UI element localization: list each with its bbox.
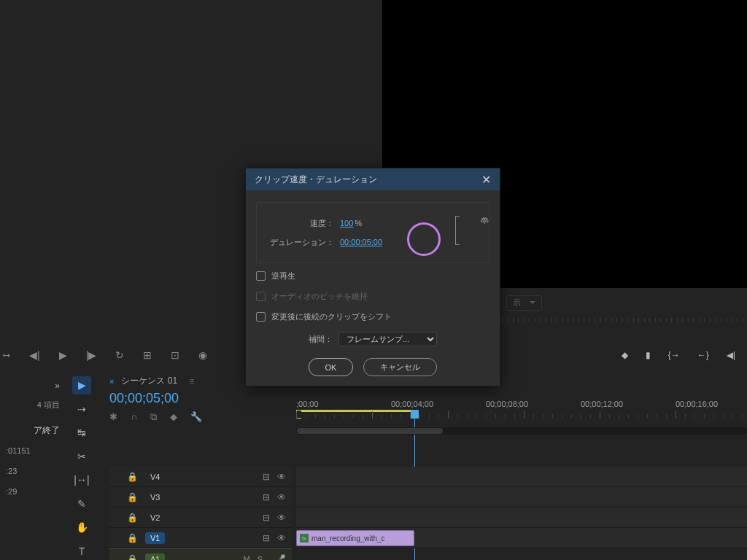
camera-icon[interactable]: ◉ — [198, 349, 207, 361]
track-label[interactable]: V3 — [145, 491, 165, 503]
playhead-timecode[interactable]: 00;00;05;00 — [109, 391, 179, 406]
lock-icon[interactable]: 🔒 — [127, 554, 138, 561]
media-end-label: ア終了 — [34, 424, 60, 437]
speed-input[interactable]: 100 — [340, 219, 353, 228]
marker2-icon[interactable]: ◆ — [170, 411, 177, 423]
lock-icon[interactable]: 🔒 — [127, 472, 138, 482]
track-label[interactable]: V4 — [145, 471, 165, 483]
tab-close-icon[interactable]: × — [109, 377, 114, 386]
step-back-icon[interactable]: ◀| — [29, 349, 40, 361]
voice-icon[interactable]: 🎤 — [276, 554, 286, 560]
pitch-label: オーディオのピッチを維持 — [271, 291, 368, 302]
type-tool[interactable]: T — [72, 542, 91, 561]
interp-dropdown[interactable]: フレームサンプ... — [338, 332, 437, 346]
eye-icon[interactable]: 👁 — [277, 533, 286, 543]
duration-input[interactable]: 00;00;05;00 — [340, 238, 382, 246]
timeline-panel: × シーケンス 01 ≡ 00;00;05;00 ✱ ∩ ⧉ ◆ 🔧 ;00;0… — [98, 370, 747, 560]
step-fwd-icon[interactable]: |▶ — [86, 349, 97, 361]
track-header-v1[interactable]: 🔒 V1 ⊟ 👁 — [109, 528, 292, 548]
magnet-icon[interactable]: ∩ — [131, 411, 137, 423]
close-icon[interactable]: ✕ — [481, 173, 491, 187]
project-panel-collapsed: » 4 項目 ア終了 :01151 :23 :29 — [0, 373, 66, 560]
snap-icon[interactable]: ✱ — [109, 411, 117, 423]
ruler-label: ;00;00 — [296, 400, 319, 408]
track-header-v2[interactable]: 🔒 V2 ⊟ 👁 — [109, 508, 292, 528]
time-ruler[interactable]: ;00;00 00;00;04;00 00;00;08;00 00;00;12;… — [296, 400, 747, 421]
clip-speed-duration-dialog: クリップ速度・デュレーション ✕ 速度： 100 % デュレーション： 00;0… — [245, 168, 500, 386]
eye-icon[interactable]: 👁 — [277, 472, 286, 482]
bracket-in-icon[interactable]: {→ — [668, 350, 680, 360]
link-icon[interactable]: 𐄷 — [480, 216, 489, 226]
bracket-out-icon[interactable]: ←} — [697, 350, 709, 360]
ripple-label: 変更後に後続のクリップをシフト — [271, 311, 392, 322]
program-display-dropdown[interactable]: 示 — [506, 295, 542, 311]
step-back2-icon[interactable]: ◀| — [727, 350, 735, 360]
panel-menu-icon[interactable]: ≡ — [189, 376, 194, 386]
sync-lock-icon[interactable]: ⊟ — [263, 472, 270, 482]
ruler-label: 00;00;04;00 — [391, 400, 433, 408]
pen-tool[interactable]: ✎ — [72, 495, 91, 513]
track-label[interactable]: V2 — [145, 512, 165, 524]
link-bracket — [454, 216, 471, 245]
ruler-label: 00;00;08;00 — [486, 400, 528, 408]
in-point-icon[interactable]: ▮ — [646, 350, 651, 360]
fx-badge-icon: fx — [300, 534, 309, 542]
track-label[interactable]: V1 — [145, 532, 165, 544]
ruler-label: 00;00;12;00 — [581, 400, 623, 408]
ok-button[interactable]: OK — [309, 358, 354, 376]
dialog-title: クリップ速度・デュレーション — [255, 174, 377, 186]
lock-icon[interactable]: 🔒 — [127, 533, 138, 543]
linked-sel-icon[interactable]: ⧉ — [150, 411, 157, 423]
interp-label: 補間： — [309, 334, 333, 345]
timeline-zoom-bar[interactable] — [296, 427, 747, 435]
selection-tool[interactable]: ▶ — [72, 376, 91, 394]
lock-icon[interactable]: 🔒 — [127, 492, 138, 502]
track-header-v4[interactable]: 🔒 V4 ⊟ 👁 — [109, 467, 292, 487]
hand-tool[interactable]: ✋ — [72, 518, 91, 537]
sequence-tab[interactable]: シーケンス 01 — [121, 375, 177, 387]
pitch-checkbox-row: オーディオのピッチを維持 — [256, 288, 489, 304]
track-v2[interactable] — [296, 508, 747, 528]
eye-icon[interactable]: 👁 — [277, 492, 286, 502]
ripple-tool[interactable]: ↹ — [72, 424, 91, 442]
ripple-checkbox-row[interactable]: 変更後に後続のクリップをシフト — [256, 308, 489, 324]
mute-icon[interactable]: M — [243, 555, 249, 561]
col-val-3: :29 — [6, 487, 17, 496]
sync-lock-icon[interactable]: ⊟ — [263, 492, 270, 502]
checkbox-icon — [256, 292, 266, 301]
reverse-checkbox-row[interactable]: 逆再生 — [256, 268, 489, 284]
speed-unit: % — [355, 219, 362, 228]
sync-lock-icon[interactable]: ⊟ — [263, 533, 270, 543]
insert-icon[interactable]: ⊞ — [143, 349, 152, 361]
razor-tool[interactable]: ✂ — [72, 448, 91, 466]
cancel-button[interactable]: キャンセル — [363, 358, 437, 376]
expand-icon[interactable]: » — [55, 381, 60, 391]
sync-lock-icon[interactable]: ⊟ — [263, 513, 270, 523]
track-v4[interactable] — [296, 467, 747, 487]
overwrite-icon[interactable]: ⊡ — [171, 349, 179, 361]
col-val-2: :23 — [6, 467, 17, 475]
wrench-icon[interactable]: 🔧 — [190, 411, 202, 423]
play-icon[interactable]: ▶ — [59, 349, 67, 361]
track-header-v3[interactable]: 🔒 V3 ⊟ 👁 — [109, 487, 292, 508]
loop-icon[interactable]: ↻ — [115, 349, 124, 361]
clip[interactable]: fx man_recording_with_c — [296, 530, 414, 546]
track-v3[interactable] — [296, 487, 747, 508]
track-v1[interactable]: fx man_recording_with_c — [296, 528, 747, 548]
col-val-1: :01151 — [6, 446, 31, 455]
slip-tool[interactable]: |↔| — [72, 471, 91, 489]
checkbox-icon[interactable] — [256, 312, 266, 322]
program-ruler[interactable] — [496, 318, 747, 328]
track-select-tool[interactable]: ⇢ — [72, 400, 91, 419]
lock-icon[interactable]: 🔒 — [127, 513, 138, 523]
dialog-titlebar[interactable]: クリップ速度・デュレーション ✕ — [246, 168, 500, 190]
eye-icon[interactable]: 👁 — [277, 513, 286, 523]
track-label[interactable]: A1 — [145, 553, 165, 561]
solo-icon[interactable]: S — [258, 555, 263, 561]
checkbox-icon[interactable] — [256, 271, 266, 281]
duration-label: デュレーション： — [264, 237, 334, 248]
playhead[interactable] — [411, 410, 419, 419]
marker-icon[interactable]: ◆ — [622, 350, 628, 360]
timeline-options: ✱ ∩ ⧉ ◆ 🔧 — [109, 411, 202, 423]
track-header-a1[interactable]: 🔒 A1 M S 🎤 — [109, 548, 292, 560]
